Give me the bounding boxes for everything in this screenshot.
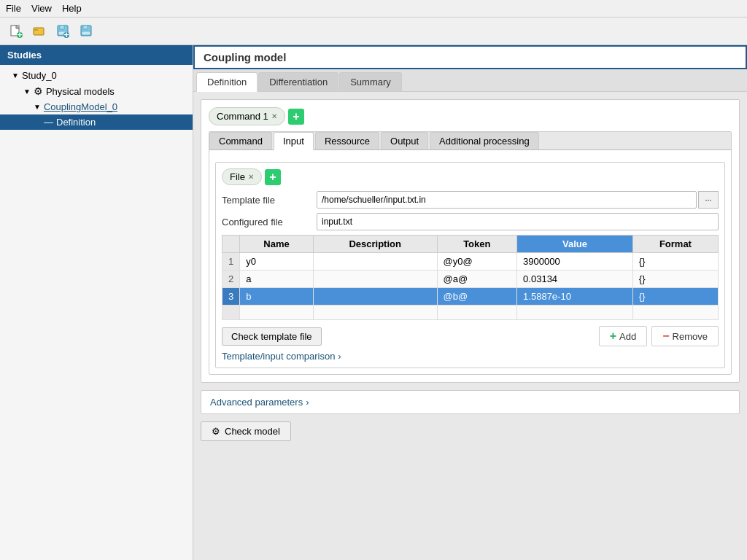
check-model-label: Check model xyxy=(225,426,280,437)
chevron-right-icon: › xyxy=(306,397,309,408)
new-button[interactable]: + xyxy=(6,21,26,42)
file-tab[interactable]: File ✕ xyxy=(222,168,262,185)
inner-tab-input[interactable]: Input xyxy=(274,132,314,150)
table-row[interactable]: 1 y0 @y0@ 3900000 {} xyxy=(222,253,719,271)
check-model-button[interactable]: ⚙ Check model xyxy=(201,421,291,441)
configured-file-row: Configured file xyxy=(222,213,719,230)
svg-rect-13 xyxy=(82,31,90,35)
main-layout: Studies ▼ Study_0 ▼ ⚙ Physical models ▼ … xyxy=(0,45,747,560)
table-empty-row xyxy=(222,306,719,320)
menu-view[interactable]: View xyxy=(31,3,52,14)
add-row-button[interactable]: + Add xyxy=(599,326,647,346)
command-inner-panel: Command Input Ressource Output Additiona… xyxy=(209,131,732,375)
sidebar-item-study0[interactable]: ▼ Study_0 xyxy=(0,68,193,83)
row3-num: 3 xyxy=(222,288,240,306)
page-title: Coupling model xyxy=(193,45,747,69)
open-icon xyxy=(33,25,46,38)
remove-row-button[interactable]: − Remove xyxy=(651,326,719,346)
inner-tab-additional[interactable]: Additional processing xyxy=(430,132,539,149)
table-row[interactable]: 2 a @a@ 0.03134 {} xyxy=(222,271,719,288)
save-button[interactable] xyxy=(76,21,96,42)
svg-text:+: + xyxy=(17,28,23,38)
row2-value: 0.03134 xyxy=(517,271,633,288)
template-file-browse-button[interactable]: ··· xyxy=(698,191,719,209)
content-area: Coupling model Definition Differentiatio… xyxy=(193,45,747,560)
inner-tab-ressource[interactable]: Ressource xyxy=(315,132,379,149)
sidebar: Studies ▼ Study_0 ▼ ⚙ Physical models ▼ … xyxy=(0,45,193,560)
inner-content: Command 1 ✕ + Command Input Ressource Ou… xyxy=(193,92,747,560)
expand-study0-icon: ▼ xyxy=(12,71,19,79)
gear-icon: ⚙ xyxy=(212,426,220,437)
template-file-row: Template file ··· xyxy=(222,191,719,209)
row3-format: {} xyxy=(632,288,718,306)
tab-definition[interactable]: Definition xyxy=(196,72,258,92)
toolbar: + + xyxy=(0,18,747,45)
file-close-icon[interactable]: ✕ xyxy=(248,173,254,181)
new-icon: + xyxy=(9,25,23,38)
tab-summary[interactable]: Summary xyxy=(339,72,402,91)
template-comparison-link[interactable]: Template/input comparison › xyxy=(222,351,719,362)
advanced-label: Advanced parameters xyxy=(210,397,303,408)
tab-differentiation[interactable]: Differentiation xyxy=(258,72,338,91)
col-format-header: Format xyxy=(632,236,718,253)
saveas-icon: + xyxy=(56,25,69,38)
sidebar-study0-label: Study_0 xyxy=(22,70,57,81)
row1-name: y0 xyxy=(240,253,314,271)
svg-rect-4 xyxy=(34,28,44,35)
template-comparison-label: Template/input comparison xyxy=(222,351,335,362)
menu-file[interactable]: File xyxy=(6,3,21,14)
row1-token: @y0@ xyxy=(437,253,517,271)
configured-file-label: Configured file xyxy=(222,217,317,228)
sidebar-item-definition[interactable]: — Definition xyxy=(0,114,193,130)
advanced-parameters-section: Advanced parameters › xyxy=(201,390,740,414)
file-section: File ✕ + Template file ··· xyxy=(215,162,725,368)
saveas-button[interactable]: + xyxy=(53,21,73,42)
add-button-label: Add xyxy=(619,331,636,342)
inner-tab-output[interactable]: Output xyxy=(381,132,428,149)
remove-icon: − xyxy=(662,330,669,343)
command1-close-icon[interactable]: ✕ xyxy=(271,112,277,120)
row2-name: a xyxy=(240,271,314,288)
row2-description xyxy=(313,271,437,288)
definition-bullet-icon: — xyxy=(44,117,53,128)
table-row[interactable]: 3 b @b@ 1.5887e-10 {} xyxy=(222,288,719,306)
sidebar-item-coupling-model[interactable]: ▼ CouplingModel_0 xyxy=(0,99,193,114)
file-tab-bar: File ✕ + xyxy=(222,168,719,185)
expand-coupling-icon: ▼ xyxy=(34,103,41,111)
row1-value: 3900000 xyxy=(517,253,633,271)
sidebar-tree: ▼ Study_0 ▼ ⚙ Physical models ▼ Coupling… xyxy=(0,65,193,133)
remove-button-label: Remove xyxy=(673,331,708,342)
svg-text:+: + xyxy=(63,28,69,38)
row2-token: @a@ xyxy=(437,271,517,288)
svg-rect-12 xyxy=(83,26,88,29)
physical-models-icon: ⚙ xyxy=(34,85,43,97)
check-template-button[interactable]: Check template file xyxy=(222,327,322,346)
svg-rect-5 xyxy=(34,29,38,31)
menu-help[interactable]: Help xyxy=(62,3,82,14)
add-file-button[interactable]: + xyxy=(265,169,281,185)
open-button[interactable] xyxy=(29,21,50,42)
main-tab-bar: Definition Differentiation Summary xyxy=(193,69,747,92)
col-value-header: Value xyxy=(517,236,633,253)
bottom-actions: Check template file + Add − Remove xyxy=(222,326,719,346)
row2-num: 2 xyxy=(222,271,240,288)
row3-name: b xyxy=(240,288,314,306)
file-tab-label: File xyxy=(230,171,245,182)
row1-format: {} xyxy=(632,253,718,271)
add-command-button[interactable]: + xyxy=(288,109,304,125)
advanced-header[interactable]: Advanced parameters › xyxy=(210,397,730,408)
row2-format: {} xyxy=(632,271,718,288)
coupling-model-link[interactable]: CouplingModel_0 xyxy=(44,101,117,112)
configured-file-input[interactable] xyxy=(317,213,719,230)
sidebar-definition-label: Definition xyxy=(56,117,96,128)
col-name-header: Name xyxy=(240,236,314,253)
command1-tab[interactable]: Command 1 ✕ xyxy=(209,107,285,125)
template-file-input[interactable] xyxy=(317,191,697,209)
row1-num: 1 xyxy=(222,253,240,271)
inner-tab-command[interactable]: Command xyxy=(209,132,272,149)
parameter-table: Name Description Token Value Format xyxy=(222,235,719,320)
row3-description xyxy=(313,288,437,306)
add-remove-group: + Add − Remove xyxy=(599,326,719,346)
sidebar-item-physical-models[interactable]: ▼ ⚙ Physical models xyxy=(0,83,193,99)
col-num-header xyxy=(222,236,240,253)
